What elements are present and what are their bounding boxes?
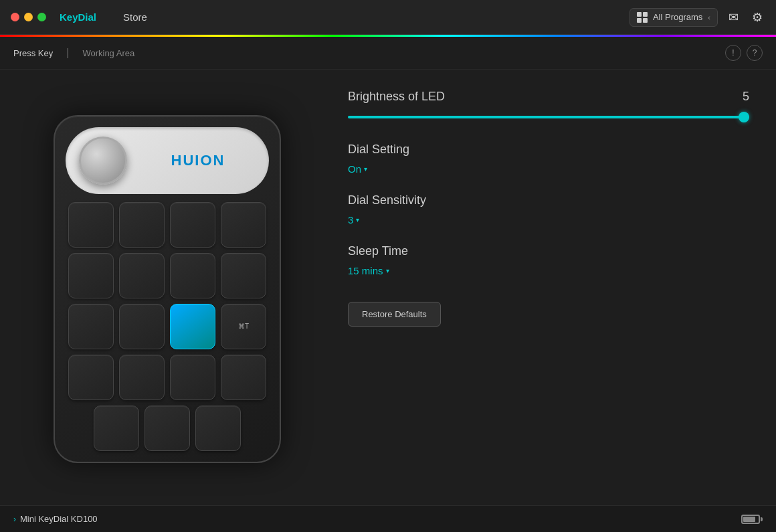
dial-knob[interactable] [79, 137, 127, 185]
breadcrumb-working-area: Working Area [82, 48, 134, 58]
sleep-time-dropdown[interactable]: 15 mins ▾ [348, 265, 749, 276]
dial-setting-arrow: ▾ [364, 165, 367, 173]
brightness-slider-container[interactable] [348, 110, 749, 124]
traffic-lights [11, 13, 46, 21]
alert-button[interactable]: ! [725, 45, 741, 61]
key-5-1[interactable] [94, 406, 139, 451]
mail-icon: ✉ [729, 10, 739, 25]
key-1-4[interactable] [221, 202, 266, 248]
titlebar: KeyDial Store All Programs ‹ ✉ ⚙ [0, 0, 776, 35]
dial-sensitivity-value: 3 [348, 214, 353, 226]
help-icon: ? [753, 48, 757, 58]
breadcrumb-separator: | [66, 47, 69, 59]
brightness-group: Brightness of LED 5 [348, 90, 749, 124]
key-5-3[interactable] [195, 406, 241, 451]
chevron-down-icon: ‹ [708, 13, 710, 21]
grid-icon [637, 12, 648, 23]
huion-brand-label: HUION [140, 152, 256, 169]
program-selector[interactable]: All Programs ‹ [629, 8, 718, 27]
device-body: HUION [54, 115, 281, 463]
sub-header: Press Key | Working Area ! ? [0, 37, 776, 70]
close-button[interactable] [11, 13, 19, 21]
brightness-value: 5 [743, 90, 749, 104]
battery-body [741, 515, 760, 524]
dial-sensitivity-label: Dial Sensitivity [348, 193, 749, 207]
sub-header-actions: ! ? [725, 45, 763, 61]
settings-button[interactable]: ⚙ [749, 7, 765, 27]
sleep-time-group: Sleep Time 15 mins ▾ [348, 244, 749, 276]
breadcrumb-press-key: Press Key [13, 48, 53, 58]
battery-tip [761, 517, 763, 521]
bottom-bar: › Mini KeyDial KD100 [0, 505, 776, 532]
key-3-4[interactable]: ⌘T [221, 304, 266, 349]
dial-area: HUION [66, 127, 269, 194]
dial-setting-group: Dial Setting On ▾ [348, 143, 749, 175]
restore-defaults-button[interactable]: Restore Defaults [348, 302, 441, 327]
dial-sensitivity-group: Dial Sensitivity 3 ▾ [348, 193, 749, 226]
device-name-bottom: Mini KeyDial KD100 [20, 514, 98, 524]
key-2-3[interactable] [170, 253, 215, 298]
key-row-3: ⌘T [66, 304, 269, 349]
device-area: HUION [13, 83, 321, 495]
key-2-2[interactable] [119, 253, 165, 298]
app-title: KeyDial [60, 11, 96, 23]
key-2-4[interactable] [221, 253, 266, 298]
key-4-4[interactable] [221, 355, 266, 400]
key-4-1[interactable] [68, 355, 114, 400]
keys-area: ⌘T [66, 202, 269, 451]
dial-setting-label: Dial Setting [348, 143, 749, 157]
main-content: HUION [0, 70, 776, 508]
settings-panel: Brightness of LED 5 Dial Setting On ▾ Di… [348, 83, 763, 495]
sleep-time-arrow: ▾ [386, 267, 389, 274]
mail-button[interactable]: ✉ [726, 7, 741, 27]
dial-sensitivity-dropdown[interactable]: 3 ▾ [348, 214, 749, 226]
brightness-label: Brightness of LED [348, 90, 445, 104]
dial-sensitivity-arrow: ▾ [356, 216, 359, 224]
key-1-2[interactable] [119, 202, 165, 248]
dial-setting-value: On [348, 163, 361, 175]
key-1-1[interactable] [68, 202, 114, 248]
key-4-3[interactable] [170, 355, 215, 400]
sleep-time-value: 15 mins [348, 265, 383, 276]
store-nav[interactable]: Store [123, 11, 147, 23]
minimize-button[interactable] [24, 13, 33, 21]
key-3-1[interactable] [68, 304, 114, 349]
brightness-slider[interactable] [348, 116, 749, 118]
program-name: All Programs [653, 12, 702, 22]
sleep-time-label: Sleep Time [348, 244, 749, 258]
battery-icon [741, 515, 763, 524]
key-3-3[interactable] [170, 304, 215, 349]
alert-icon: ! [732, 48, 734, 58]
gear-icon: ⚙ [752, 10, 763, 25]
key-row-5 [66, 406, 269, 451]
dial-setting-dropdown[interactable]: On ▾ [348, 163, 749, 175]
key-1-3[interactable] [170, 202, 215, 248]
titlebar-right: All Programs ‹ ✉ ⚙ [629, 7, 765, 27]
device-chevron-icon: › [13, 515, 16, 524]
key-2-1[interactable] [68, 253, 114, 298]
key-row-1 [66, 202, 269, 248]
help-button[interactable]: ? [747, 45, 763, 61]
brightness-label-row: Brightness of LED 5 [348, 90, 749, 104]
maximize-button[interactable] [37, 13, 46, 21]
key-4-2[interactable] [119, 355, 165, 400]
key-3-2[interactable] [119, 304, 165, 349]
key-row-4 [66, 355, 269, 400]
battery-fill [743, 517, 755, 522]
key-row-2 [66, 253, 269, 298]
key-5-2[interactable] [144, 406, 190, 451]
device-wrapper: HUION [54, 115, 281, 463]
